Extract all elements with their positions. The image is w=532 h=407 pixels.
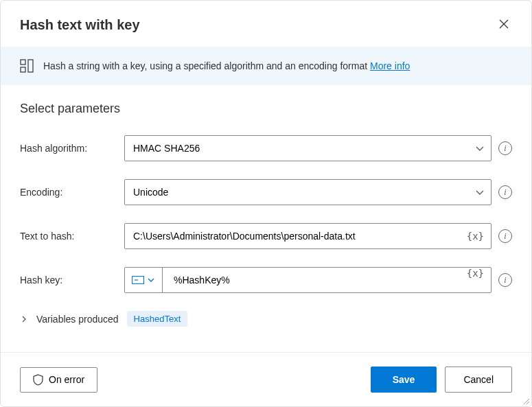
svg-rect-1 — [21, 67, 25, 72]
resize-handle-icon[interactable] — [522, 397, 530, 405]
variable-picker-icon[interactable]: {x} — [460, 231, 491, 242]
encoding-select[interactable] — [124, 179, 491, 205]
info-text: Hash a string with a key, using a specif… — [43, 60, 410, 71]
label-encoding: Encoding: — [20, 187, 124, 198]
key-type-selector[interactable] — [125, 268, 163, 292]
dialog-title: Hash text with key — [20, 17, 140, 33]
footer-right: Save Cancel — [371, 367, 512, 393]
more-info-link[interactable]: More info — [370, 60, 410, 71]
info-banner: Hash a string with a key, using a specif… — [1, 47, 531, 85]
algorithm-select-wrap — [124, 135, 491, 161]
shield-icon — [33, 374, 43, 386]
label-text: Text to hash: — [20, 231, 124, 242]
close-button[interactable] — [496, 16, 512, 34]
field-key: {x} i — [124, 267, 512, 293]
row-algorithm: Hash algorithm: i — [20, 135, 512, 161]
info-icon-algorithm[interactable]: i — [498, 141, 512, 155]
info-icon-key[interactable]: i — [498, 273, 512, 287]
info-icon-text[interactable]: i — [498, 229, 512, 243]
textbox-icon — [132, 276, 144, 284]
label-algorithm: Hash algorithm: — [20, 143, 124, 154]
close-icon — [498, 19, 509, 30]
cancel-button[interactable]: Cancel — [445, 367, 512, 393]
row-encoding: Encoding: i — [20, 179, 512, 205]
on-error-button[interactable]: On error — [20, 367, 97, 393]
vars-label: Variables produced — [36, 314, 119, 325]
on-error-label: On error — [49, 374, 84, 385]
row-key: Hash key: {x} i — [20, 267, 512, 293]
chevron-right-icon — [20, 315, 28, 323]
chevron-down-icon — [147, 276, 155, 284]
key-input-wrap: {x} — [124, 267, 491, 293]
encoding-select-wrap — [124, 179, 491, 205]
svg-rect-2 — [28, 60, 33, 72]
text-to-hash-input[interactable] — [125, 224, 460, 248]
field-text: {x} i — [124, 223, 512, 249]
hash-key-input[interactable] — [163, 268, 460, 292]
algorithm-select[interactable] — [124, 135, 491, 161]
dialog-content: Select parameters Hash algorithm: i Enco… — [1, 85, 531, 352]
dialog-header: Hash text with key — [1, 1, 531, 47]
variable-picker-icon[interactable]: {x} — [460, 268, 491, 292]
info-icon-encoding[interactable]: i — [498, 185, 512, 199]
variables-produced-row[interactable]: Variables produced HashedText — [20, 311, 512, 327]
field-encoding: i — [124, 179, 512, 205]
text-input-wrap: {x} — [124, 223, 491, 249]
banner-text: Hash a string with a key, using a specif… — [43, 60, 370, 71]
row-text: Text to hash: {x} i — [20, 223, 512, 249]
var-chip[interactable]: HashedText — [127, 311, 188, 327]
svg-rect-0 — [21, 60, 25, 65]
dialog-footer: On error Save Cancel — [1, 352, 531, 406]
action-icon — [20, 59, 34, 73]
label-key: Hash key: — [20, 275, 124, 286]
section-title: Select parameters — [20, 102, 512, 116]
field-algorithm: i — [124, 135, 512, 161]
save-button[interactable]: Save — [371, 367, 437, 393]
